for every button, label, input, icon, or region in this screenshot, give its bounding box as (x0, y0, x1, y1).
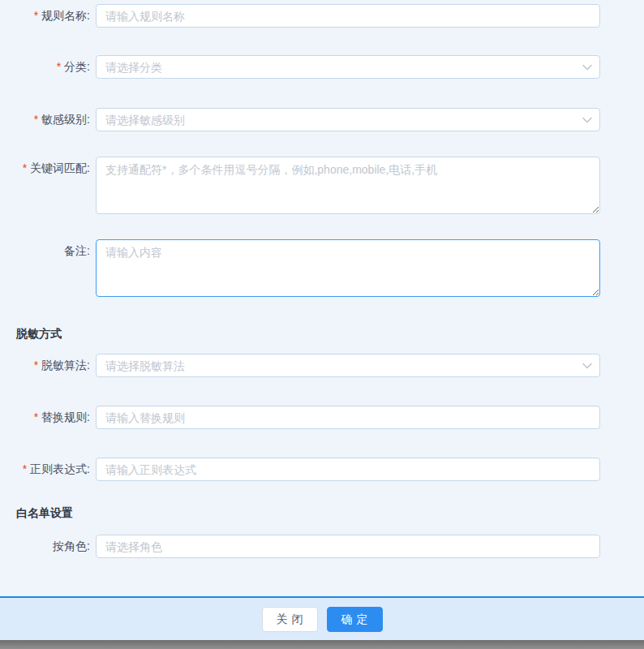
keyword-match-label-text: 关键词匹配: (30, 161, 90, 174)
rule-form-dialog-body: *规则名称: *分类: *敏感级别: *关键词匹配: 备注: (0, 0, 644, 596)
masking-algorithm-label-text: 脱敏算法: (41, 359, 90, 372)
required-asterisk: * (23, 462, 27, 475)
by-role-label: 按角色: (0, 535, 90, 558)
form-row-remark: 备注: (0, 239, 644, 299)
category-label: *分类: (0, 55, 90, 79)
replacement-rule-label-text: 替换规则: (41, 410, 90, 423)
remark-field-wrap (96, 239, 600, 299)
rule-name-label: *规则名称: (0, 4, 90, 28)
form-row-rule-name: *规则名称: (0, 4, 644, 28)
form-row-keyword-match: *关键词匹配: (0, 157, 644, 217)
close-button[interactable]: 关闭 (262, 607, 318, 632)
required-asterisk: * (34, 113, 38, 126)
form-row-masking-algorithm: *脱敏算法: (0, 354, 644, 377)
category-select-input[interactable] (96, 55, 600, 79)
rule-name-input[interactable] (96, 4, 600, 28)
required-asterisk: * (57, 60, 61, 73)
sensitivity-level-select[interactable] (96, 108, 600, 131)
required-asterisk: * (34, 359, 38, 372)
required-asterisk: * (34, 410, 38, 423)
category-select[interactable] (96, 55, 600, 79)
replacement-rule-label: *替换规则: (0, 406, 90, 429)
rule-name-label-text: 规则名称: (41, 9, 90, 22)
dialog-footer: 关闭 确定 (0, 598, 644, 640)
form-row-sensitivity-level: *敏感级别: (0, 108, 644, 131)
window-bottom-edge (0, 640, 644, 649)
form-row-regex: *正则表达式: (0, 458, 644, 481)
sensitivity-level-label: *敏感级别: (0, 108, 90, 131)
regex-label: *正则表达式: (0, 458, 90, 481)
rule-name-field-wrap (96, 4, 600, 28)
masking-algorithm-select[interactable] (96, 354, 600, 377)
form-row-replacement-rule: *替换规则: (0, 406, 644, 429)
keyword-match-field-wrap (96, 157, 600, 217)
confirm-button[interactable]: 确定 (327, 607, 383, 632)
section-header-masking-method: 脱敏方式 (16, 327, 644, 340)
by-role-field-wrap (96, 535, 600, 558)
section-header-whitelist-settings: 白名单设置 (16, 506, 644, 519)
masking-algorithm-label: *脱敏算法: (0, 354, 90, 377)
keyword-match-textarea[interactable] (96, 157, 600, 214)
regex-field-wrap (96, 458, 600, 481)
replacement-rule-field-wrap (96, 406, 600, 429)
form-row-by-role: 按角色: (0, 535, 644, 558)
remark-textarea[interactable] (96, 239, 600, 297)
masking-algorithm-select-input[interactable] (96, 354, 600, 377)
by-role-input[interactable] (96, 535, 600, 558)
regex-label-text: 正则表达式: (30, 462, 90, 475)
remark-label: 备注: (0, 239, 90, 263)
replacement-rule-input[interactable] (96, 406, 600, 429)
sensitivity-level-label-text: 敏感级别: (41, 113, 90, 126)
sensitivity-level-select-input[interactable] (96, 108, 600, 131)
category-label-text: 分类: (64, 60, 90, 73)
keyword-match-label: *关键词匹配: (0, 157, 90, 180)
required-asterisk: * (34, 9, 38, 22)
by-role-label-text: 按角色: (53, 539, 90, 552)
remark-label-text: 备注: (64, 244, 90, 257)
form-row-category: *分类: (0, 55, 644, 79)
regex-input[interactable] (96, 458, 600, 481)
required-asterisk: * (23, 161, 27, 174)
